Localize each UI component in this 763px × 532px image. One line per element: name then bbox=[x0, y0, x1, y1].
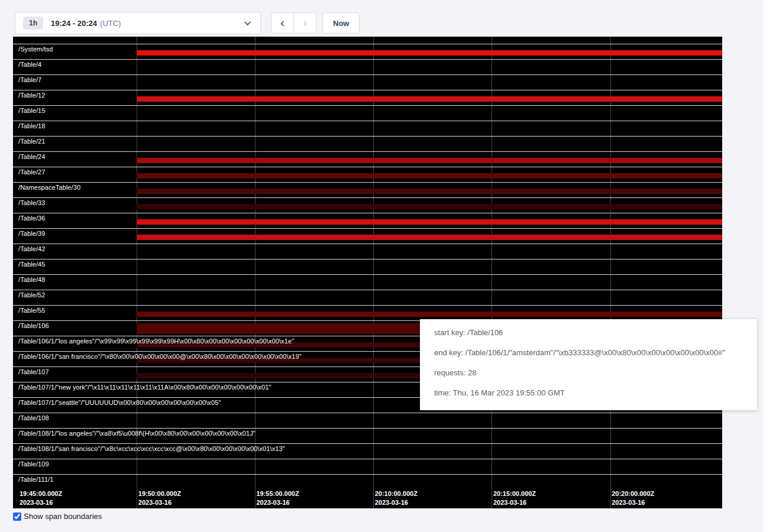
tooltip-end-key: end key: /Table/106/1/"amsterdam"/"\xb33… bbox=[434, 348, 743, 358]
tooltip-start-key: start key: /Table/106 bbox=[434, 328, 743, 338]
duration-badge: 1h bbox=[23, 17, 43, 30]
row-key-label: /NamespaceTable/30 bbox=[18, 184, 80, 191]
row-key-label: /Table/15 bbox=[18, 107, 46, 114]
row-key-label: /Table/33 bbox=[18, 199, 46, 206]
heatmap-row[interactable]: /Table/27 bbox=[13, 167, 722, 182]
hot-span-bucket[interactable] bbox=[137, 96, 722, 102]
row-key-label: /Table/36 bbox=[18, 215, 46, 222]
time-toolbar: 1h 19:24 - 20:24 (UTC) ‹ › Now bbox=[15, 12, 360, 34]
timezone-text: (UTC) bbox=[100, 19, 121, 28]
heatmap-rows: /System/tsd/Table/4/Table/7/Table/12/Tab… bbox=[13, 44, 722, 489]
row-key-label: /Table/39 bbox=[18, 230, 46, 237]
hot-span-bucket[interactable] bbox=[137, 158, 722, 163]
row-key-label: /Table/107 bbox=[18, 368, 49, 375]
row-key-label: /Table/107/1/"new york"/"\x11\x11\x11\x1… bbox=[18, 384, 271, 391]
row-key-label: /Table/109 bbox=[18, 460, 49, 468]
chevron-down-icon bbox=[244, 19, 251, 25]
time-range-text: 19:24 - 20:24 bbox=[51, 19, 97, 28]
heatmap-row[interactable]: /Table/24 bbox=[13, 151, 722, 167]
x-axis-label: 19:50:00.000Z2023-03-16 bbox=[137, 489, 181, 507]
heatmap-row[interactable]: /Table/52 bbox=[13, 290, 722, 305]
now-button[interactable]: Now bbox=[322, 12, 360, 34]
heatmap-row[interactable]: /Table/4 bbox=[13, 59, 722, 74]
heatmap-row[interactable]: /Table/18 bbox=[13, 121, 722, 136]
row-key-label: /Table/108/1/"san francisco"/"\x8c\xcc\x… bbox=[18, 445, 285, 452]
row-key-label: /Table/48 bbox=[18, 276, 46, 283]
row-key-label: /Table/108 bbox=[18, 414, 49, 421]
row-key-label: /System/tsd bbox=[18, 46, 53, 53]
heatmap-row[interactable]: /Table/12 bbox=[13, 90, 722, 105]
row-key-label: /Table/107/1/"seattle"/"UUUUUUD\x00\x80\… bbox=[18, 399, 221, 406]
chevron-left-icon: ‹ bbox=[280, 16, 284, 28]
x-axis-label: 20:10:00.000Z2023-03-16 bbox=[374, 489, 418, 507]
heatmap-row[interactable]: /Table/48 bbox=[13, 274, 722, 290]
tooltip-requests: requests: 28 bbox=[434, 368, 743, 378]
time-range-dropdown[interactable]: 1h 19:24 - 20:24 (UTC) bbox=[15, 12, 261, 34]
heatmap-row[interactable]: /Table/21 bbox=[13, 136, 722, 151]
hot-span-bucket[interactable] bbox=[137, 204, 722, 209]
row-key-label: /Table/106/1/"los angeles"/"\x99\x99\x99… bbox=[18, 338, 294, 345]
row-key-label: /Table/42 bbox=[18, 245, 46, 252]
x-axis-label: 20:15:00.000Z2023-03-16 bbox=[492, 489, 536, 507]
heatmap-row[interactable]: /Table/39 bbox=[13, 228, 722, 244]
heatmap-row[interactable]: /NamespaceTable/30 bbox=[13, 182, 722, 197]
heatmap-row[interactable]: /Table/15 bbox=[13, 105, 722, 121]
chevron-right-icon: › bbox=[303, 16, 307, 28]
heatmap-row[interactable]: /Table/108 bbox=[13, 413, 722, 428]
next-time-button[interactable]: › bbox=[293, 12, 316, 34]
row-key-label: /Table/106/1/"san francisco"/"\x80\x00\x… bbox=[18, 353, 302, 360]
heatmap-row[interactable]: /Table/109 bbox=[13, 459, 722, 474]
show-span-boundaries-checkbox[interactable] bbox=[13, 512, 21, 521]
hot-span-bucket[interactable] bbox=[137, 219, 722, 225]
x-axis-label: 20:20:00.000Z2023-03-16 bbox=[610, 489, 654, 507]
x-axis-label: 19:55:00.000Z2023-03-16 bbox=[255, 489, 299, 507]
heatmap-row[interactable]: /Table/42 bbox=[13, 244, 722, 259]
row-key-label: /Table/24 bbox=[18, 153, 46, 160]
hot-span-bucket[interactable] bbox=[137, 189, 722, 194]
hot-span-bucket[interactable] bbox=[137, 312, 722, 317]
heatmap-row[interactable]: /Table/55 bbox=[13, 305, 722, 320]
tooltip-time: time: Thu, 16 Mar 2023 19:55:00 GMT bbox=[434, 388, 743, 398]
hot-span-bucket[interactable] bbox=[137, 235, 722, 240]
row-key-label: /Table/4 bbox=[18, 61, 41, 68]
show-span-boundaries-label: Show span boundaries bbox=[24, 512, 102, 521]
footer: Show span boundaries bbox=[13, 512, 102, 521]
row-key-label: /Table/106 bbox=[18, 322, 49, 329]
heatmap-row[interactable]: /Table/108/1/"los angeles"/"\xa8\xf5\u00… bbox=[13, 428, 722, 443]
x-axis-label: 19:45:00.000Z2023-03-16 bbox=[18, 489, 62, 507]
row-key-label: /Table/45 bbox=[18, 261, 46, 268]
time-nav-group: ‹ › bbox=[271, 12, 316, 34]
row-key-label: /Table/55 bbox=[18, 307, 46, 314]
heatmap-row[interactable]: /Table/33 bbox=[13, 197, 722, 213]
row-key-label: /Table/12 bbox=[18, 92, 46, 99]
x-axis: 19:45:00.000Z2023-03-1619:50:00.000Z2023… bbox=[13, 487, 722, 508]
heatmap-row[interactable]: /Table/36 bbox=[13, 213, 722, 228]
row-key-label: /Table/27 bbox=[18, 168, 46, 176]
row-key-label: /Table/18 bbox=[18, 122, 46, 129]
span-tooltip: start key: /Table/106 end key: /Table/10… bbox=[420, 319, 757, 410]
row-key-label: /Table/108/1/"los angeles"/"\xa8\xf5\u00… bbox=[18, 430, 256, 437]
row-key-label: /Table/111/1 bbox=[18, 476, 54, 483]
row-key-label: /Table/21 bbox=[18, 138, 46, 145]
previous-time-button[interactable]: ‹ bbox=[271, 12, 294, 34]
row-key-label: /Table/7 bbox=[18, 76, 41, 83]
hot-span-bucket[interactable] bbox=[137, 50, 722, 56]
key-visualizer-canvas[interactable]: /System/tsd/Table/4/Table/7/Table/12/Tab… bbox=[13, 37, 722, 508]
heatmap-row[interactable]: /Table/108/1/"san francisco"/"\x8c\xcc\x… bbox=[13, 443, 722, 459]
key-visualizer-page: 1h 19:24 - 20:24 (UTC) ‹ › Now /System/t… bbox=[0, 0, 763, 532]
heatmap-row[interactable]: /System/tsd bbox=[13, 44, 722, 59]
heatmap-row[interactable]: /Table/7 bbox=[13, 74, 722, 90]
hot-span-bucket[interactable] bbox=[137, 173, 722, 179]
heatmap-row[interactable]: /Table/45 bbox=[13, 259, 722, 274]
row-key-label: /Table/52 bbox=[18, 291, 46, 299]
